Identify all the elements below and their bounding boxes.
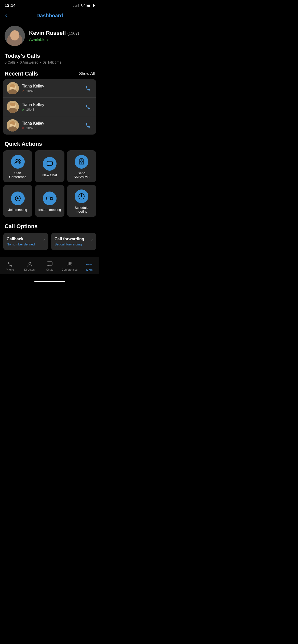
chats-icon (47, 261, 53, 267)
phone-icon (7, 261, 13, 267)
video-icon (43, 192, 57, 205)
chevron-right-icon: › (44, 237, 45, 242)
svg-point-18 (81, 164, 82, 164)
instant-meeting-button[interactable]: Instant meeting (35, 185, 64, 217)
conferences-nav-label: Conferences (62, 268, 77, 271)
back-button[interactable]: < (5, 12, 10, 20)
send-sms-button[interactable]: Send SMS/MMS (67, 150, 96, 182)
join-meeting-button[interactable]: Join meeting (3, 185, 32, 217)
show-all-button[interactable]: Show All (79, 71, 95, 76)
bottom-nav: Phone Directory Chats (0, 257, 99, 274)
avatar (7, 119, 19, 131)
svg-rect-12 (47, 161, 52, 165)
call-button[interactable] (83, 84, 93, 92)
sidebar-item-directory[interactable]: Directory (20, 260, 40, 272)
page-title: Dashboard (36, 13, 63, 19)
incoming-call-icon: ↙ (22, 108, 25, 111)
sms-icon (75, 155, 88, 169)
svg-point-27 (70, 262, 72, 264)
svg-point-11 (18, 159, 20, 162)
call-button[interactable] (83, 122, 93, 129)
signal-icon (73, 4, 79, 7)
schedule-meeting-button[interactable]: Schedule meeting (67, 185, 96, 217)
todays-calls-stats: 0 Calls • 0 Answered • 0s Talk time (0, 60, 99, 68)
outgoing-call-icon: ↗ (22, 89, 25, 93)
svg-rect-25 (47, 262, 52, 265)
status-bar: 13:14 (0, 0, 99, 10)
sidebar-item-phone[interactable]: Phone (0, 260, 20, 272)
profile-extension: (1107) (67, 31, 79, 36)
svg-point-10 (16, 159, 18, 162)
avatar (7, 82, 19, 94)
home-indicator (0, 279, 99, 283)
call-info: Tiana Kelley ✕ 10:48 (22, 121, 83, 130)
svg-point-0 (83, 7, 83, 7)
table-row[interactable]: Tiana Kelley ↗ 10:49 (3, 79, 96, 98)
svg-point-26 (68, 262, 70, 264)
status-chevron: ∨ (47, 38, 49, 41)
conference-icon (11, 155, 25, 169)
table-row[interactable]: Tiana Kelley ↙ 10:48 (3, 98, 96, 116)
sidebar-item-more[interactable]: --→ More (79, 260, 99, 272)
table-row[interactable]: Tiana Kelley ✕ 10:48 (3, 116, 96, 135)
profile-info: Kevin Russell (1107) Available ∨ (29, 30, 79, 42)
wifi-icon (80, 4, 85, 7)
call-options-heading: Call Options (0, 222, 99, 230)
svg-line-23 (82, 196, 83, 197)
avatar (5, 26, 25, 46)
phone-nav-label: Phone (6, 268, 14, 271)
profile-section: Kevin Russell (1107) Available ∨ (0, 23, 99, 51)
call-button[interactable] (83, 103, 93, 111)
call-forwarding-option[interactable]: Call forwarding Set call forwarding › (51, 233, 96, 250)
profile-status[interactable]: Available ∨ (29, 37, 79, 42)
new-chat-button[interactable]: New Chat (35, 150, 64, 182)
sidebar-item-conferences[interactable]: Conferences (60, 260, 79, 272)
todays-calls-heading: Today's Calls (0, 51, 99, 60)
chats-nav-label: Chats (46, 268, 53, 271)
svg-rect-17 (80, 161, 83, 162)
profile-name: Kevin Russell (1107) (29, 30, 79, 36)
start-conference-button[interactable]: Start Conference (3, 150, 32, 182)
chat-icon (43, 157, 57, 171)
battery-icon (87, 4, 95, 7)
call-info: Tiana Kelley ↙ 10:48 (22, 103, 83, 111)
header: < Dashboard (0, 10, 99, 23)
quick-actions-grid: Start Conference New Chat Send SMS/MMS (3, 150, 96, 217)
recent-calls-header: Recent Calls Show All (0, 68, 99, 79)
svg-point-24 (29, 262, 31, 264)
svg-rect-20 (47, 197, 51, 200)
sidebar-item-chats[interactable]: Chats (40, 260, 60, 272)
directory-icon (27, 261, 33, 267)
recent-calls-title: Recent Calls (5, 70, 38, 77)
more-icon: --→ (86, 261, 93, 267)
recent-calls-list: Tiana Kelley ↗ 10:49 Tian (3, 79, 96, 135)
missed-call-icon: ✕ (22, 126, 25, 130)
callback-option[interactable]: Callback No number defined › (3, 233, 48, 250)
status-icons (73, 4, 95, 7)
join-icon (11, 192, 25, 205)
call-info: Tiana Kelley ↗ 10:49 (22, 84, 83, 93)
conferences-icon (66, 261, 73, 267)
directory-nav-label: Directory (24, 268, 35, 271)
quick-actions-heading: Quick Actions (0, 139, 99, 148)
status-time: 13:14 (5, 3, 16, 8)
avatar (7, 101, 19, 113)
more-nav-label: More (86, 268, 92, 271)
call-options-grid: Callback No number defined › Call forwar… (3, 233, 96, 250)
clock-icon (75, 189, 88, 203)
chevron-right-icon: › (91, 237, 93, 242)
